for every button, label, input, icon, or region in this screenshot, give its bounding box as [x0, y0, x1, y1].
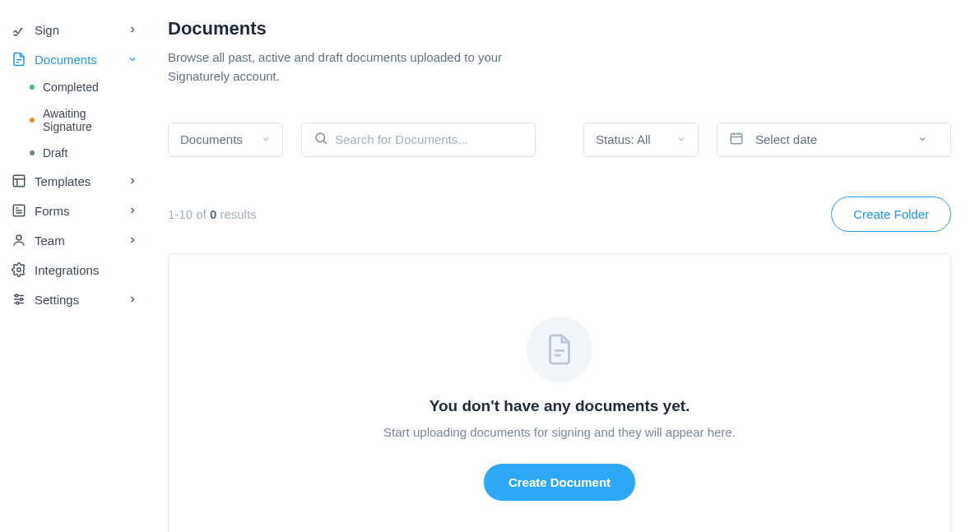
search-input-wrapper[interactable] — [301, 123, 536, 157]
sidebar-item-awaiting[interactable]: Awaiting Signature — [25, 100, 143, 140]
date-filter-value: Select date — [755, 132, 817, 146]
create-folder-button[interactable]: Create Folder — [831, 197, 951, 232]
sidebar-item-label: Documents — [35, 53, 127, 67]
svg-point-15 — [21, 298, 23, 301]
sidebar-item-label: Forms — [35, 204, 127, 218]
sidebar-item-label: Sign — [35, 23, 127, 37]
svg-point-9 — [16, 235, 21, 240]
sidebar-item-draft[interactable]: Draft — [25, 140, 143, 166]
svg-rect-2 — [13, 175, 25, 187]
chevron-down-icon — [676, 132, 686, 146]
chevron-right-icon — [127, 294, 138, 305]
chevron-right-icon — [127, 175, 138, 187]
sidebar: Sign Documents Completed Awaiting Signat… — [0, 0, 148, 532]
status-dot-awaiting — [30, 118, 35, 123]
svg-point-10 — [17, 268, 21, 272]
sidebar-item-label: Awaiting Signature — [43, 107, 138, 133]
empty-document-icon — [527, 317, 592, 382]
type-filter-select[interactable]: Documents — [168, 123, 283, 157]
team-icon — [12, 233, 26, 247]
search-icon — [314, 131, 335, 148]
chevron-down-icon — [917, 132, 939, 146]
svg-point-14 — [16, 294, 18, 297]
create-document-button[interactable]: Create Document — [484, 464, 635, 501]
status-filter-value: Status: All — [596, 132, 651, 146]
document-icon — [12, 52, 26, 67]
date-filter-select[interactable]: Select date — [717, 123, 951, 157]
page-subtitle: Browse all past, active and draft docume… — [168, 48, 513, 86]
sidebar-item-label: Team — [35, 234, 127, 247]
signature-icon — [12, 22, 26, 37]
sidebar-item-templates[interactable]: Templates — [7, 166, 143, 196]
sidebar-item-forms[interactable]: Forms — [7, 196, 143, 225]
main-content: Documents Browse all past, active and dr… — [148, 0, 971, 532]
sidebar-item-settings[interactable]: Settings — [7, 285, 143, 314]
sidebar-item-documents[interactable]: Documents — [7, 44, 143, 74]
chevron-down-icon — [127, 53, 138, 65]
sidebar-item-label: Templates — [35, 174, 127, 188]
results-row: 1-10 of 0 results Create Folder — [168, 197, 951, 232]
svg-point-16 — [16, 302, 19, 304]
templates-icon — [12, 173, 26, 188]
page-title: Documents — [168, 18, 951, 39]
chevron-down-icon — [261, 132, 271, 146]
status-dot-completed — [30, 85, 35, 90]
sliders-icon — [12, 292, 26, 307]
status-dot-draft — [30, 150, 35, 155]
svg-line-18 — [323, 141, 326, 143]
empty-state-title: You don't have any documents yet. — [193, 397, 926, 415]
sidebar-item-label: Integrations — [35, 263, 138, 277]
search-input[interactable] — [335, 132, 523, 146]
forms-icon — [12, 203, 26, 218]
sidebar-item-label: Completed — [43, 81, 99, 94]
sidebar-item-completed[interactable]: Completed — [25, 74, 143, 100]
svg-rect-19 — [731, 134, 742, 144]
sidebar-item-sign[interactable]: Sign — [7, 15, 143, 44]
documents-panel: You don't have any documents yet. Start … — [168, 253, 951, 533]
results-count: 1-10 of 0 results — [168, 207, 257, 221]
sidebar-item-label: Draft — [43, 146, 67, 160]
chevron-right-icon — [127, 234, 138, 246]
sidebar-item-integrations[interactable]: Integrations — [7, 255, 143, 285]
status-filter-select[interactable]: Status: All — [583, 123, 699, 157]
empty-state-subtitle: Start uploading documents for signing an… — [193, 425, 926, 439]
chevron-right-icon — [127, 205, 138, 216]
sidebar-item-label: Settings — [35, 293, 127, 307]
sidebar-item-team[interactable]: Team — [7, 225, 143, 255]
gear-icon — [12, 262, 26, 277]
svg-point-17 — [316, 133, 325, 142]
filters-bar: Documents Status: All — [168, 123, 951, 157]
calendar-icon — [729, 131, 755, 148]
chevron-right-icon — [127, 24, 138, 35]
documents-sub-items: Completed Awaiting Signature Draft — [7, 74, 143, 166]
type-filter-value: Documents — [180, 132, 243, 146]
